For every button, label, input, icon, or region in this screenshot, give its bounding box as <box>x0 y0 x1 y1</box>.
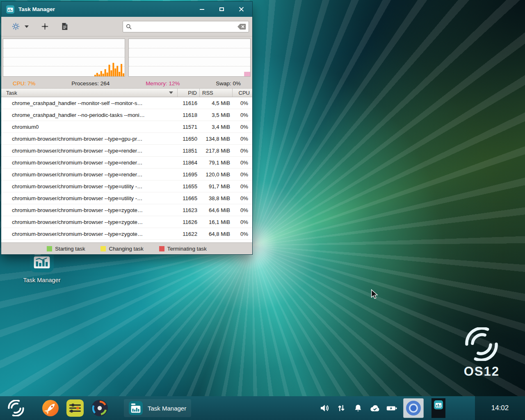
cell-cpu: 0% <box>233 124 252 130</box>
window-toolbar <box>1 17 252 37</box>
taskbar-task-manager-button[interactable]: Task Manager <box>124 399 191 417</box>
crosshair-icon <box>41 23 49 30</box>
cell-task: chromium0 <box>1 124 178 130</box>
taskbar-clock: 14:02 <box>491 404 509 412</box>
cell-pid: 11851 <box>178 148 200 154</box>
maximize-button[interactable] <box>216 5 227 14</box>
table-row[interactable]: chromium0115713,4 MiB0% <box>1 121 252 133</box>
clear-search-icon[interactable] <box>237 23 246 30</box>
pick-process-button[interactable] <box>38 20 52 34</box>
memory-sparkline <box>129 39 250 76</box>
table-row[interactable]: chromium-browser/chromium-browser --type… <box>1 145 252 157</box>
search-input[interactable] <box>135 23 235 30</box>
column-label: Task <box>6 90 17 96</box>
cell-pid: 11623 <box>178 207 200 213</box>
system-tray <box>319 398 445 418</box>
cell-task: chromium-browser/chromium-browser --type… <box>1 219 178 225</box>
minimize-icon <box>200 9 204 10</box>
os-brand: OS12 <box>464 327 500 379</box>
battery-button[interactable] <box>386 403 397 413</box>
cell-rss: 120,0 MiB <box>200 171 233 178</box>
cell-cpu: 0% <box>233 195 252 201</box>
cell-cpu: 0% <box>233 183 252 189</box>
legend-label: Starting task <box>55 246 85 252</box>
cpu-stat: CPU: 7% <box>13 80 36 87</box>
bell-icon <box>354 403 363 413</box>
os-menu-button[interactable] <box>7 399 25 417</box>
cloud-sync-button[interactable] <box>370 403 380 413</box>
clock-segment[interactable]: 14:02 <box>475 396 525 420</box>
cloud-icon <box>370 404 380 413</box>
volume-button[interactable] <box>319 403 330 413</box>
column-header-rss[interactable]: RSS <box>200 89 233 97</box>
close-icon <box>239 7 244 12</box>
chromium-window-button[interactable] <box>403 398 424 418</box>
desktop-icon-label: Task Manager <box>19 277 65 283</box>
search-icon <box>126 23 132 30</box>
cell-task: chrome_crashpad_handler --monitor-self -… <box>1 100 178 106</box>
maximize-icon <box>219 7 224 11</box>
processes-stat: Processes: 264 <box>71 80 110 87</box>
table-row[interactable]: chromium-browser/chromium-browser --type… <box>1 228 252 240</box>
cell-cpu: 0% <box>233 171 252 178</box>
window-titlebar[interactable]: Task Manager <box>1 2 252 17</box>
cell-cpu: 0% <box>233 207 252 213</box>
rocket-launcher-button[interactable] <box>42 399 59 417</box>
network-traffic-button[interactable] <box>336 403 347 413</box>
apps-launcher-button[interactable] <box>91 399 108 417</box>
cell-pid: 11626 <box>178 219 200 225</box>
cell-task: chromium-browser/chromium-browser --type… <box>1 171 178 178</box>
table-row[interactable]: chromium-browser/chromium-browser --type… <box>1 133 252 145</box>
cell-pid: 11571 <box>178 124 200 130</box>
table-row[interactable]: chromium-browser/chromium-browser --type… <box>1 192 252 204</box>
column-header-pid[interactable]: PID <box>178 89 200 97</box>
table-header: Task PID RSS CPU <box>1 88 252 97</box>
cell-pid: 11695 <box>178 171 200 178</box>
os-logo-icon <box>8 400 24 416</box>
cell-rss: 38,8 MiB <box>200 195 233 201</box>
cell-pid: 11864 <box>178 160 200 166</box>
cell-pid: 11618 <box>178 112 200 118</box>
cpu-sparkline <box>3 39 125 76</box>
battery-charging-icon <box>386 405 397 412</box>
cell-cpu: 0% <box>233 136 252 142</box>
table-row[interactable]: chromium-browser/chromium-browser --type… <box>1 204 252 216</box>
table-row[interactable]: chromium-browser/chromium-browser --type… <box>1 169 252 180</box>
task-manager-tray-icon <box>434 400 443 409</box>
task-manager-icon <box>129 401 143 415</box>
column-header-task[interactable]: Task <box>1 89 178 97</box>
task-manager-tray-button[interactable] <box>431 398 445 418</box>
table-row[interactable]: chromium-browser/chromium-browser --type… <box>1 216 252 228</box>
swap-stat: Swap: 0% <box>216 80 241 87</box>
table-row[interactable]: chrome_crashpad_handler --no-periodic-ta… <box>1 109 252 121</box>
cell-rss: 16,1 MiB <box>200 219 233 225</box>
mixer-launcher-button[interactable] <box>66 399 84 417</box>
table-row[interactable]: chromium-browser/chromium-browser --type… <box>1 180 252 192</box>
sort-descending-icon <box>169 91 173 94</box>
table-row[interactable]: chromium-browser/chromium-browser --type… <box>1 157 252 169</box>
column-header-cpu[interactable]: CPU <box>233 89 252 97</box>
cell-task: chromium-browser/chromium-browser --type… <box>1 160 178 166</box>
minimize-button[interactable] <box>196 5 207 14</box>
cpu-graph <box>3 39 125 77</box>
cell-rss: 64,6 MiB <box>200 207 233 213</box>
legend-bar: Starting task Changing task Terminating … <box>1 242 252 254</box>
close-button[interactable] <box>236 5 247 14</box>
task-manager-window: Task Manager <box>1 1 253 255</box>
cell-task: chromium-browser/chromium-browser --type… <box>1 231 178 237</box>
settings-caret-icon <box>25 25 29 28</box>
table-row[interactable]: chrome_crashpad_handler --monitor-self -… <box>1 97 252 109</box>
gear-icon <box>12 23 20 30</box>
cell-task: chromium-browser/chromium-browser --type… <box>1 207 178 213</box>
settings-button[interactable] <box>9 20 32 34</box>
notifications-button[interactable] <box>353 403 363 413</box>
cell-task: chrome_crashpad_handler --no-periodic-ta… <box>1 112 178 118</box>
cell-pid: 11622 <box>178 231 200 237</box>
memory-graph <box>128 39 251 77</box>
memory-stat: Memory: 12% <box>146 80 180 87</box>
show-log-button[interactable] <box>58 20 71 34</box>
cell-cpu: 0% <box>233 148 252 154</box>
cell-pid: 11655 <box>178 183 200 189</box>
cell-cpu: 0% <box>233 219 252 225</box>
updown-arrows-icon <box>337 403 346 413</box>
